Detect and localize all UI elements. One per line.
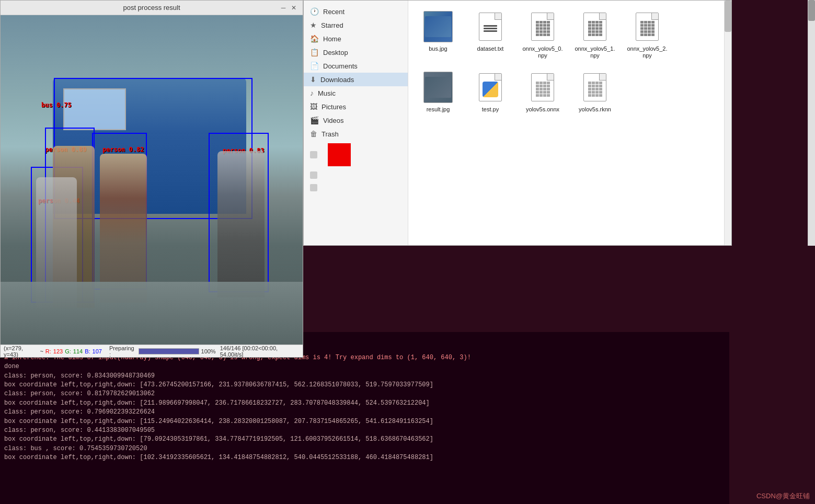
csdn-watermark: CSDN@黄金旺铺 bbox=[756, 491, 810, 501]
red-folder-highlight bbox=[328, 143, 351, 166]
g-value: 114 bbox=[73, 348, 83, 354]
minimize-button[interactable]: ─ bbox=[279, 3, 288, 13]
file-item-result-jpg[interactable]: result.jpg bbox=[415, 67, 462, 116]
file-name-onnx-yolov5-2: onnx_yolov5_2.npy bbox=[627, 45, 668, 59]
status-bar: (x=279, y=43) ~ R: 123 G: 114 B: 107 Pre… bbox=[1, 345, 303, 357]
sidebar-item-pictures[interactable]: 🖼Pictures bbox=[304, 100, 408, 113]
sidebar-item-trash[interactable]: 🗑Trash bbox=[304, 127, 408, 141]
progress-fill bbox=[139, 349, 199, 354]
person-silhouette-2 bbox=[100, 154, 147, 303]
file-item-onnx-yolov5-2[interactable]: onnx_yolov5_2.npy bbox=[624, 7, 671, 62]
desktop-icon: 📋 bbox=[310, 48, 319, 56]
file-icon-onnx-yolov5-1 bbox=[580, 10, 610, 43]
fm-sidebar: 🕐Recent★Starred🏠Home📋Desktop📄Documents⬇D… bbox=[304, 1, 408, 245]
starred-icon: ★ bbox=[310, 21, 317, 29]
file-name-onnx-yolov5-1: onnx_yolov5_1.npy bbox=[575, 45, 615, 59]
detection-label-bus: bus 0.75 bbox=[41, 101, 72, 109]
term-line-8: class: person, score: 0.4413383007049505 bbox=[4, 426, 725, 435]
downloads-icon: ⬇ bbox=[310, 75, 316, 84]
main-scrollbar[interactable] bbox=[808, 0, 815, 246]
sidebar-item-music[interactable]: ♪Music bbox=[304, 86, 408, 100]
file-name-yolov5s-rknn: yolov5s.rknn bbox=[579, 106, 611, 113]
sidebar-label-pictures: Pictures bbox=[322, 103, 346, 111]
main-scrollbar-thumb[interactable] bbox=[808, 0, 815, 21]
file-name-onnx-yolov5-0: onnx_yolov5_0.npy bbox=[522, 45, 563, 59]
result-thumbnail bbox=[423, 72, 453, 103]
sidebar-label-documents: Documents bbox=[323, 62, 358, 70]
file-item-dataset-txt[interactable]: dataset.txt bbox=[467, 7, 514, 62]
fm-body: 🕐Recent★Starred🏠Home📋Desktop📄Documents⬇D… bbox=[304, 1, 731, 245]
file-item-bus-jpg[interactable]: bus.jpg bbox=[415, 7, 462, 62]
term-line-7: box coordinate left,top,right,down: [115… bbox=[4, 417, 725, 426]
npy-icon bbox=[583, 13, 606, 41]
file-icon-dataset-txt bbox=[476, 10, 505, 43]
onnx-icon bbox=[531, 73, 554, 101]
r-value: 123 bbox=[53, 348, 63, 354]
term-line-2: class: person, score: 0.8343009948730469 bbox=[4, 372, 725, 381]
sidebar-label-downloads: Downloads bbox=[320, 76, 354, 84]
file-item-yolov5s-onnx[interactable]: yolov5s.onnx bbox=[519, 67, 566, 116]
py-icon bbox=[479, 73, 502, 101]
sidebar-label-trash: Trash bbox=[322, 130, 339, 138]
sidebar-item-recent[interactable]: 🕐Recent bbox=[304, 5, 408, 18]
file-icon-bus-jpg bbox=[423, 10, 453, 43]
fm-content: bus.jpg dataset.txt onnx_yolov5_0.npy on… bbox=[408, 1, 724, 245]
person-silhouette-3 bbox=[217, 151, 265, 297]
folder-icon-extra bbox=[310, 151, 317, 158]
file-item-onnx-yolov5-0[interactable]: onnx_yolov5_0.npy bbox=[519, 7, 566, 62]
term-line-10: class: bus , score: 0.7545359730720520 bbox=[4, 444, 725, 453]
sidebar-item-desktop[interactable]: 📋Desktop bbox=[304, 45, 408, 59]
sidebar-item-downloads[interactable]: ⬇Downloads bbox=[304, 73, 408, 86]
sidebar-item-extra-0[interactable] bbox=[304, 141, 408, 169]
term-line-6: class: person, score: 0.7969022393226624 bbox=[4, 408, 725, 417]
file-icon-test-py bbox=[476, 71, 505, 104]
sidebar-item-documents[interactable]: 📄Documents bbox=[304, 59, 408, 73]
npy-icon bbox=[636, 13, 659, 41]
folder-icon-extra bbox=[310, 171, 317, 179]
fm-scrollbar[interactable] bbox=[724, 1, 731, 245]
sidebar-label-desktop: Desktop bbox=[323, 49, 348, 56]
file-icon-result-jpg bbox=[423, 71, 453, 104]
sidebar-item-home[interactable]: 🏠Home bbox=[304, 32, 408, 45]
recent-icon: 🕐 bbox=[310, 7, 319, 16]
home-icon: 🏠 bbox=[310, 35, 319, 43]
file-name-yolov5s-onnx: yolov5s.onnx bbox=[526, 106, 559, 113]
window-title: post process result bbox=[26, 4, 278, 12]
term-line-9: box coordinate left,top,right,down: [79.… bbox=[4, 435, 725, 444]
term-line-5: box coordinate left,top,right,down: [211… bbox=[4, 399, 725, 408]
file-item-yolov5s-rknn[interactable]: yolov5s.rknn bbox=[571, 67, 618, 116]
file-icon-onnx-yolov5-0 bbox=[528, 10, 557, 43]
sidebar-item-videos[interactable]: 🎬Videos bbox=[304, 113, 408, 127]
progress-right: 146/146 [00:02<00:00, 54.00it/s] bbox=[220, 345, 300, 358]
music-icon: ♪ bbox=[310, 89, 314, 97]
sidebar-label-starred: Starred bbox=[321, 21, 343, 29]
preparing-label: Preparing : bbox=[109, 345, 136, 358]
image-display: bus 0.75 person 0.89 person 0.82 person … bbox=[1, 15, 303, 345]
file-name-test-py: test.py bbox=[482, 106, 499, 113]
coord-info: (x=279, y=43) bbox=[4, 345, 38, 358]
pictures-icon: 🖼 bbox=[310, 102, 317, 111]
file-name-result-jpg: result.jpg bbox=[427, 106, 450, 113]
folder-icon-extra bbox=[310, 184, 317, 191]
progress-pct: 100% bbox=[201, 348, 216, 354]
ground bbox=[1, 282, 303, 345]
file-icon-yolov5s-rknn bbox=[580, 71, 610, 104]
file-item-onnx-yolov5-1[interactable]: onnx_yolov5_1.npy bbox=[571, 7, 618, 62]
file-item-test-py[interactable]: test.py bbox=[467, 67, 514, 116]
sidebar-item-extra-2[interactable] bbox=[304, 181, 408, 194]
term-line-4: class: person, score: 0.8179782629013062 bbox=[4, 390, 725, 398]
scrollbar-thumb[interactable] bbox=[725, 1, 731, 32]
close-button[interactable]: ✕ bbox=[289, 3, 299, 13]
g-label: G: bbox=[65, 348, 71, 354]
titlebar: post process result ─ ✕ bbox=[1, 1, 303, 15]
file-name-bus-jpg: bus.jpg bbox=[429, 45, 447, 52]
post-process-window: post process result ─ ✕ bus 0.75 person … bbox=[0, 0, 303, 358]
sidebar-item-extra-1[interactable] bbox=[304, 169, 408, 181]
detection-label-person2: person 0.82 bbox=[102, 146, 144, 153]
sidebar-item-starred[interactable]: ★Starred bbox=[304, 18, 408, 32]
documents-icon: 📄 bbox=[310, 62, 319, 70]
file-name-dataset-txt: dataset.txt bbox=[477, 45, 504, 52]
term-line-11: box coordinate left,top,right,down: [102… bbox=[4, 453, 725, 462]
r-label: R: bbox=[45, 348, 51, 354]
npy-icon bbox=[531, 13, 554, 41]
